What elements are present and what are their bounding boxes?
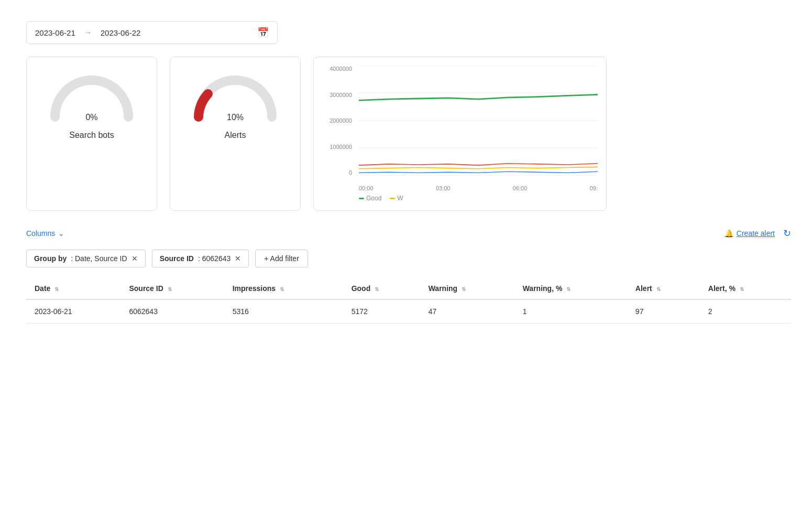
add-filter-button[interactable]: + Add filter <box>255 250 308 267</box>
search-bots-value: 0% <box>85 113 97 122</box>
toolbar: Columns ⌄ 🔔 Create alert ↻ <box>26 228 791 239</box>
legend-warning-dot <box>390 198 395 199</box>
date-arrow: → <box>84 28 92 37</box>
col-source-id-label: Source ID <box>129 284 163 293</box>
search-bots-gauge: 0% <box>45 70 139 122</box>
cell-source-id: 6062643 <box>120 299 224 324</box>
data-table: Date ⇅ Source ID ⇅ Impressions ⇅ Good ⇅ … <box>26 278 791 324</box>
col-alert-pct-label: Alert, % <box>708 284 736 293</box>
alerts-gauge: 10% <box>188 70 282 122</box>
cell-alert: 97 <box>627 299 700 324</box>
refresh-button[interactable]: ↻ <box>783 228 791 239</box>
x-label-0900: 09: <box>590 185 598 191</box>
col-impressions[interactable]: Impressions ⇅ <box>224 278 343 299</box>
col-alert-pct[interactable]: Alert, % ⇅ <box>700 278 791 299</box>
x-label-0600: 06:00 <box>513 185 528 191</box>
sort-impressions-icon[interactable]: ⇅ <box>280 286 284 292</box>
y-label-0: 0 <box>322 169 352 176</box>
col-warning[interactable]: Warning ⇅ <box>420 278 514 299</box>
group-by-filter[interactable]: Group by : Date, Source ID ✕ <box>26 250 146 267</box>
alerts-value: 10% <box>227 113 244 122</box>
group-by-close-icon[interactable]: ✕ <box>131 254 138 263</box>
col-source-id[interactable]: Source ID ⇅ <box>120 278 224 299</box>
source-id-label: Source ID <box>160 254 194 263</box>
col-impressions-label: Impressions <box>233 284 276 293</box>
date-range-picker[interactable]: 2023-06-21 → 2023-06-22 📅 <box>26 21 278 44</box>
sort-warning-icon[interactable]: ⇅ <box>462 286 466 292</box>
date-start: 2023-06-21 <box>35 28 75 37</box>
source-id-value: : 6062643 <box>198 254 231 263</box>
col-warning-pct-label: Warning, % <box>523 284 563 293</box>
col-date-label: Date <box>35 284 50 293</box>
cell-impressions: 5316 <box>224 299 343 324</box>
y-label-2m: 2000000 <box>322 117 352 124</box>
chevron-down-icon: ⌄ <box>58 229 64 238</box>
col-alert[interactable]: Alert ⇅ <box>627 278 700 299</box>
time-series-chart: 4000000 3000000 2000000 1000000 0 <box>313 57 607 211</box>
create-alert-label: Create alert <box>737 229 775 238</box>
cell-warning-pct: 1 <box>514 299 627 324</box>
cell-warning: 47 <box>420 299 514 324</box>
table-row: 2023-06-21 6062643 5316 5172 47 1 97 2 <box>26 299 791 324</box>
legend-warning: W <box>390 195 403 202</box>
cell-good: 5172 <box>343 299 420 324</box>
calendar-icon[interactable]: 📅 <box>257 27 269 38</box>
col-warning-pct[interactable]: Warning, % ⇅ <box>514 278 627 299</box>
columns-button[interactable]: Columns ⌄ <box>26 229 64 238</box>
toolbar-right: 🔔 Create alert ↻ <box>725 228 791 239</box>
table-header-row: Date ⇅ Source ID ⇅ Impressions ⇅ Good ⇅ … <box>26 278 791 299</box>
alerts-card: 10% Alerts <box>170 57 301 211</box>
col-alert-label: Alert <box>635 284 652 293</box>
y-label-1m: 1000000 <box>322 144 352 150</box>
cell-alert-pct: 2 <box>700 299 791 324</box>
x-label-0300: 03:00 <box>436 185 451 191</box>
y-label-4m: 4000000 <box>322 66 352 72</box>
col-date[interactable]: Date ⇅ <box>26 278 120 299</box>
sort-source-id-icon[interactable]: ⇅ <box>168 286 172 292</box>
page-container: 2023-06-21 → 2023-06-22 📅 0% Search bots <box>0 0 812 517</box>
sort-alert-pct-icon[interactable]: ⇅ <box>740 286 744 292</box>
x-label-0000: 00:00 <box>359 185 374 191</box>
legend-good: Good <box>359 195 381 202</box>
col-warning-label: Warning <box>429 284 457 293</box>
date-end: 2023-06-22 <box>101 28 257 37</box>
add-filter-label: + Add filter <box>264 254 299 263</box>
source-id-filter[interactable]: Source ID : 6062643 ✕ <box>152 250 249 267</box>
bell-icon: 🔔 <box>725 229 733 238</box>
alerts-label: Alerts <box>225 131 246 140</box>
group-by-value: : Date, Source ID <box>71 254 127 263</box>
legend-warning-label: W <box>397 195 403 202</box>
col-good[interactable]: Good ⇅ <box>343 278 420 299</box>
create-alert-button[interactable]: 🔔 Create alert <box>725 229 775 238</box>
columns-label: Columns <box>26 229 55 238</box>
group-by-label: Group by <box>34 254 67 263</box>
source-id-close-icon[interactable]: ✕ <box>235 254 241 263</box>
metrics-row: 0% Search bots 10% Alerts 4000 <box>26 57 791 211</box>
filters-row: Group by : Date, Source ID ✕ Source ID :… <box>26 250 791 267</box>
search-bots-card: 0% Search bots <box>26 57 157 211</box>
legend-good-label: Good <box>366 195 381 202</box>
sort-date-icon[interactable]: ⇅ <box>54 286 59 292</box>
sort-good-icon[interactable]: ⇅ <box>375 286 379 292</box>
y-label-3m: 3000000 <box>322 92 352 98</box>
search-bots-label: Search bots <box>69 131 114 140</box>
col-good-label: Good <box>352 284 371 293</box>
sort-warning-pct-icon[interactable]: ⇅ <box>566 286 570 292</box>
cell-date: 2023-06-21 <box>26 299 120 324</box>
legend-good-dot <box>359 198 364 199</box>
sort-alert-icon[interactable]: ⇅ <box>656 286 661 292</box>
